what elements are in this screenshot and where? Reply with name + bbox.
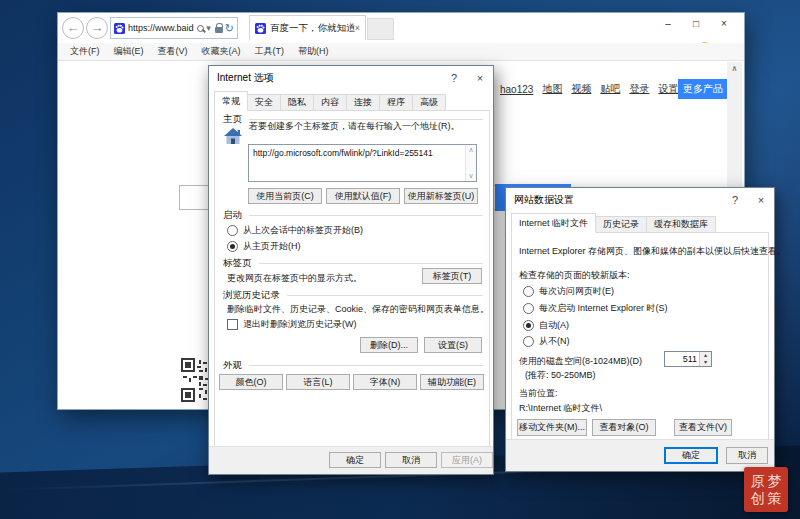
- option-automatic[interactable]: 自动(A): [523, 319, 569, 332]
- view-files-button[interactable]: 查看文件(V): [674, 419, 732, 436]
- settings-button[interactable]: 设置(S): [424, 337, 482, 353]
- accessibility-button[interactable]: 辅助功能(E): [420, 374, 484, 390]
- tab-caches-databases[interactable]: 缓存和数据库: [646, 216, 716, 233]
- address-bar[interactable]: https://www.baidu.com/?tn=8003516 ▾ ↻: [110, 17, 238, 39]
- link-settings[interactable]: 设置: [658, 82, 678, 96]
- link-tieba[interactable]: 贴吧: [600, 82, 620, 96]
- minimize-button[interactable]: –: [658, 16, 678, 32]
- history-hint: 删除临时文件、历史记录、Cookie、保存的密码和网页表单信息。: [227, 303, 489, 316]
- browser-tab[interactable]: 百度一下，你就知道 ×: [249, 15, 366, 40]
- textarea-scrollbar[interactable]: ∧ ∨: [465, 145, 476, 181]
- back-icon: ←: [67, 20, 80, 35]
- tab-close-icon[interactable]: ×: [355, 23, 360, 33]
- internet-options-titlebar[interactable]: Internet 选项 ? ×: [209, 66, 493, 90]
- baidu-favicon: [114, 23, 125, 34]
- link-hao123[interactable]: hao123: [500, 84, 533, 95]
- tab-temp-files[interactable]: Internet 临时文件: [511, 213, 596, 233]
- cancel-button[interactable]: 取消: [385, 452, 437, 468]
- tab-security[interactable]: 安全: [247, 94, 281, 111]
- website-data-titlebar[interactable]: 网站数据设置 ? ×: [506, 188, 774, 212]
- languages-button[interactable]: 语言(L): [286, 374, 350, 390]
- dialog-title: Internet 选项: [217, 71, 441, 85]
- close-button[interactable]: ×: [714, 16, 734, 32]
- option-every-start[interactable]: 每次启动 Internet Explorer 时(S): [523, 302, 668, 315]
- radio-icon-selected[interactable]: [523, 320, 534, 331]
- general-tab-page: 主页 若要创建多个主标签页，请在每行输入一个地址(R)。 http://go.m…: [214, 110, 490, 448]
- help-icon[interactable]: ?: [722, 191, 748, 209]
- fonts-button[interactable]: 字体(N): [353, 374, 417, 390]
- view-objects-button[interactable]: 查看对象(O): [592, 419, 656, 436]
- use-default-button[interactable]: 使用默认值(F): [326, 188, 400, 204]
- website-data-tabs: Internet 临时文件 历史记录 缓存和数据库: [511, 213, 715, 233]
- delete-on-exit-option[interactable]: 退出时删除浏览历史记录(W): [227, 318, 357, 331]
- startup-option-homepage[interactable]: 从主页开始(H): [227, 240, 301, 253]
- cancel-button[interactable]: 取消: [726, 447, 768, 464]
- tab-advanced[interactable]: 高级: [412, 94, 446, 111]
- homepage-url-field[interactable]: http://go.microsoft.com/fwlink/p/?LinkId…: [248, 144, 477, 182]
- link-map[interactable]: 地图: [542, 82, 562, 96]
- home-hint: 若要创建多个主标签页，请在每行输入一个地址(R)。: [249, 120, 460, 133]
- search-icon[interactable]: [197, 25, 204, 32]
- use-current-button[interactable]: 使用当前页(C): [248, 188, 322, 204]
- option-every-visit[interactable]: 每次访问网页时(E): [523, 285, 614, 298]
- tabs-button[interactable]: 标签页(T): [422, 268, 482, 284]
- new-tab-stub[interactable]: [367, 18, 394, 40]
- forward-button[interactable]: →: [86, 17, 108, 39]
- spin-down-icon[interactable]: ▾: [700, 359, 711, 366]
- radio-icon[interactable]: [523, 303, 534, 314]
- menu-view[interactable]: 查看(V): [151, 45, 195, 58]
- tab-general[interactable]: 常规: [214, 91, 248, 111]
- seal-char: 创: [751, 490, 765, 507]
- radio-label: 从上次会话中的标签页开始(B): [243, 224, 363, 237]
- disk-space-value[interactable]: 511: [683, 354, 697, 364]
- ok-button[interactable]: 确定: [664, 447, 718, 464]
- move-folder-button[interactable]: 移动文件夹(M)...: [517, 419, 587, 436]
- back-button[interactable]: ←: [62, 17, 84, 39]
- tab-privacy[interactable]: 隐私: [280, 94, 314, 111]
- tab-history[interactable]: 历史记录: [595, 216, 647, 233]
- startup-group-header: 启动: [223, 209, 483, 222]
- group-label: 外观: [223, 359, 242, 372]
- radio-label: 从主页开始(H): [243, 240, 301, 253]
- startup-option-last-session[interactable]: 从上次会话中的标签页开始(B): [227, 224, 363, 237]
- spin-up-icon[interactable]: ▴: [700, 352, 711, 359]
- more-products-button[interactable]: 更多产品: [678, 79, 728, 99]
- seal-char: 梦: [768, 473, 782, 490]
- link-login[interactable]: 登录: [629, 82, 649, 96]
- radio-icon[interactable]: [523, 336, 534, 347]
- close-icon[interactable]: ×: [748, 191, 774, 209]
- tab-connections[interactable]: 连接: [346, 94, 380, 111]
- chevron-down-icon[interactable]: ▾: [206, 23, 211, 33]
- refresh-icon[interactable]: ↻: [225, 22, 234, 35]
- link-video[interactable]: 视频: [571, 82, 591, 96]
- disk-space-spinner[interactable]: 511 ▴ ▾: [664, 351, 712, 367]
- scroll-down-icon[interactable]: ∨: [466, 172, 476, 180]
- internet-options-tabs: 常规 安全 隐私 内容 连接 程序 高级: [214, 91, 445, 111]
- use-newtab-button[interactable]: 使用新标签页(U): [404, 188, 478, 204]
- delete-button[interactable]: 删除(D)...: [360, 337, 418, 353]
- tab-programs[interactable]: 程序: [379, 94, 413, 111]
- colors-button[interactable]: 颜色(O): [219, 374, 283, 390]
- tabs-hint: 更改网页在标签页中的显示方式。: [227, 272, 362, 285]
- scroll-up-icon[interactable]: ∧: [466, 146, 476, 154]
- tab-content[interactable]: 内容: [313, 94, 347, 111]
- close-icon[interactable]: ×: [467, 69, 493, 87]
- menu-edit[interactable]: 编辑(E): [107, 45, 151, 58]
- menu-bar: 文件(F) 编辑(E) 查看(V) 收藏夹(A) 工具(T) 帮助(H): [58, 43, 744, 61]
- ok-button[interactable]: 确定: [329, 452, 381, 468]
- menu-favorites[interactable]: 收藏夹(A): [195, 45, 248, 58]
- appearance-group-header: 外观: [223, 359, 483, 372]
- radio-icon[interactable]: [227, 225, 238, 236]
- menu-tools[interactable]: 工具(T): [248, 45, 292, 58]
- radio-label: 自动(A): [539, 319, 569, 332]
- radio-icon-selected[interactable]: [227, 241, 238, 252]
- radio-icon[interactable]: [523, 286, 534, 297]
- spinner-buttons[interactable]: ▴ ▾: [699, 352, 711, 366]
- menu-file[interactable]: 文件(F): [63, 45, 107, 58]
- help-icon[interactable]: ?: [441, 69, 467, 87]
- maximize-button[interactable]: □: [686, 16, 706, 32]
- menu-help[interactable]: 帮助(H): [291, 45, 336, 58]
- option-never[interactable]: 从不(N): [523, 335, 570, 348]
- checkbox-icon[interactable]: [227, 319, 238, 330]
- scroll-up-icon[interactable]: ∧: [727, 62, 742, 76]
